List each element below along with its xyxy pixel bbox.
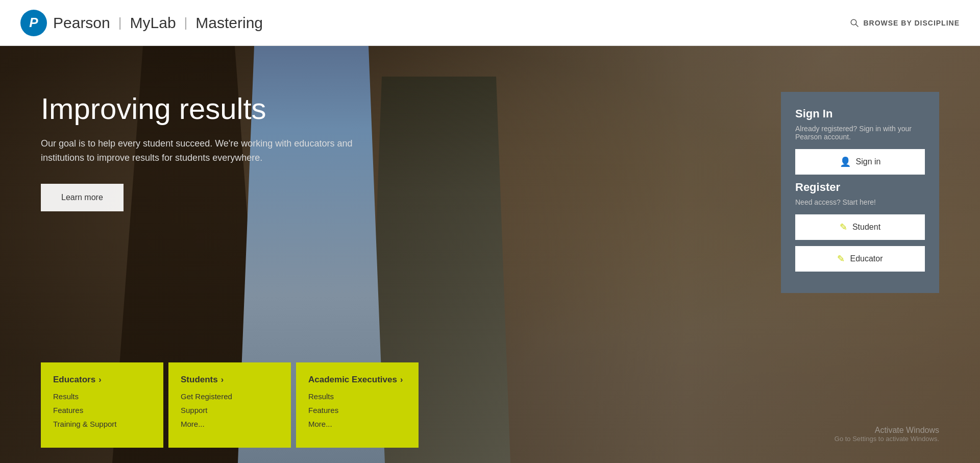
activate-title: Activate Windows	[835, 426, 939, 435]
signin-subtitle: Already registered? Sign in with your Pe…	[795, 125, 925, 141]
register-subtitle: Need access? Start here!	[795, 198, 925, 206]
educator-register-button[interactable]: ✎ Educator	[795, 246, 925, 272]
pearson-logo: P Pearson	[20, 10, 110, 36]
educators-features-link[interactable]: Features	[53, 406, 151, 415]
students-card[interactable]: Students › Get Registered Support More..…	[168, 362, 291, 448]
search-icon	[850, 18, 859, 28]
pencil-educator-icon: ✎	[837, 253, 845, 264]
svg-line-1	[856, 24, 859, 27]
product-mastering: Mastering	[195, 14, 263, 32]
product-mylab: MyLab	[130, 14, 176, 32]
educators-training-link[interactable]: Training & Support	[53, 420, 151, 428]
signin-panel: Sign In Already registered? Sign in with…	[781, 92, 939, 293]
activate-watermark: Activate Windows Go to Settings to activ…	[835, 426, 939, 443]
academic-features-link[interactable]: Features	[308, 406, 406, 415]
students-support-link[interactable]: Support	[181, 406, 279, 415]
signin-button[interactable]: 👤 Sign in	[795, 149, 925, 175]
activate-subtitle: Go to Settings to activate Windows.	[835, 435, 939, 443]
educators-arrow-icon: ›	[99, 375, 101, 384]
educator-btn-label: Educator	[850, 254, 883, 263]
brand-name: Pearson	[53, 14, 110, 32]
educators-card-title: Educators ›	[53, 375, 151, 385]
students-register-link[interactable]: Get Registered	[181, 392, 279, 401]
hero-content: Improving results Our goal is to help ev…	[0, 46, 980, 463]
pencil-student-icon: ✎	[840, 222, 847, 233]
students-card-title: Students ›	[181, 375, 279, 385]
person-icon: 👤	[840, 156, 851, 167]
browse-label: BROWSE BY DISCIPLINE	[863, 19, 960, 27]
pearson-logo-icon: P	[20, 10, 47, 36]
educators-card[interactable]: Educators › Results Features Training & …	[41, 362, 163, 448]
academic-more-link[interactable]: More...	[308, 420, 406, 428]
divider-1: |	[118, 15, 122, 31]
signin-btn-label: Sign in	[856, 157, 881, 166]
academic-card[interactable]: Academic Executives › Results Features M…	[296, 362, 419, 448]
hero-subtitle: Our goal is to help every student succee…	[41, 136, 398, 166]
register-section: Register Need access? Start here! ✎ Stud…	[795, 181, 925, 272]
academic-card-title: Academic Executives ›	[308, 375, 406, 385]
students-arrow-icon: ›	[221, 375, 224, 384]
signin-title: Sign In	[795, 107, 925, 120]
header-left: P Pearson | MyLab | Mastering	[20, 10, 263, 36]
academic-results-link[interactable]: Results	[308, 392, 406, 401]
divider-2: |	[184, 15, 188, 31]
educators-results-link[interactable]: Results	[53, 392, 151, 401]
academic-arrow-icon: ›	[400, 375, 403, 384]
browse-by-discipline-button[interactable]: BROWSE BY DISCIPLINE	[850, 18, 960, 28]
learn-more-button[interactable]: Learn more	[41, 184, 124, 211]
students-more-link[interactable]: More...	[181, 420, 279, 428]
hero-title: Improving results	[41, 92, 347, 126]
register-title: Register	[795, 181, 925, 194]
svg-point-0	[851, 19, 857, 25]
student-register-button[interactable]: ✎ Student	[795, 214, 925, 240]
cards-container: Educators › Results Features Training & …	[41, 362, 419, 448]
header: P Pearson | MyLab | Mastering BROWSE BY …	[0, 0, 980, 46]
hero-section: Improving results Our goal is to help ev…	[0, 46, 980, 463]
student-btn-label: Student	[852, 223, 880, 232]
